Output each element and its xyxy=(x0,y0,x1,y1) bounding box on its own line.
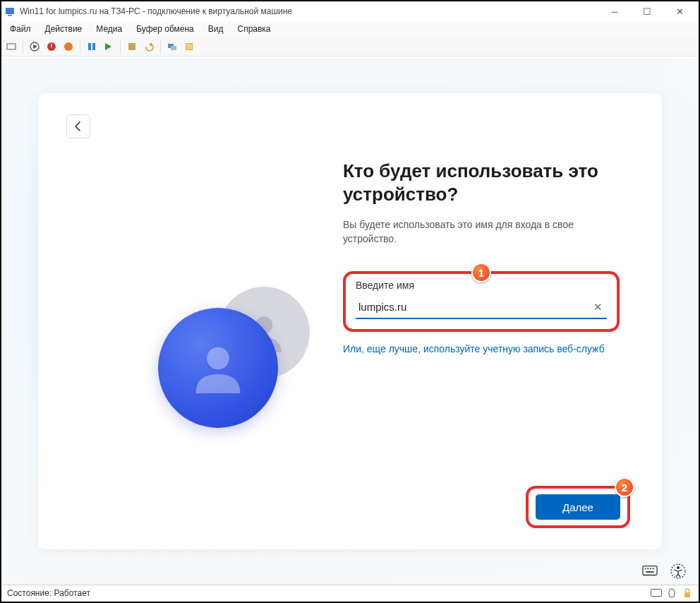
svg-point-7 xyxy=(64,42,73,51)
svg-marker-4 xyxy=(33,44,37,49)
svg-point-18 xyxy=(207,347,229,370)
next-button[interactable]: Далее xyxy=(536,494,620,520)
reset-icon[interactable] xyxy=(102,40,116,54)
turn-off-icon[interactable] xyxy=(44,40,59,54)
menu-clipboard[interactable]: Буфер обмена xyxy=(129,23,201,35)
svg-rect-0 xyxy=(6,8,14,14)
svg-rect-27 xyxy=(651,589,662,596)
window-title: Win11 for lumpics.ru на T34-PC - подключ… xyxy=(20,6,598,16)
annotation-badge-1: 1 xyxy=(471,263,491,282)
status-text: Состояние: Работает xyxy=(7,588,90,598)
accessibility-icon[interactable] xyxy=(670,563,686,579)
titlebar: Win11 for lumpics.ru на T34-PC - подключ… xyxy=(1,1,699,21)
revert-icon[interactable] xyxy=(142,40,156,54)
arrow-left-icon xyxy=(72,120,85,133)
menu-media[interactable]: Медиа xyxy=(89,23,129,35)
svg-rect-16 xyxy=(186,44,192,49)
svg-rect-29 xyxy=(684,592,690,597)
svg-rect-19 xyxy=(643,566,657,575)
svg-point-26 xyxy=(677,566,680,569)
svg-rect-28 xyxy=(669,589,675,597)
svg-rect-20 xyxy=(645,568,646,569)
menu-help[interactable]: Справка xyxy=(230,23,277,35)
start-icon[interactable] xyxy=(28,40,42,54)
svg-rect-9 xyxy=(92,43,95,50)
svg-rect-1 xyxy=(8,15,12,16)
status-keyboard-icon xyxy=(651,587,662,599)
svg-rect-22 xyxy=(650,568,651,569)
next-button-highlight: 2 Далее xyxy=(526,486,630,528)
svg-rect-2 xyxy=(7,44,16,49)
oobe-panel: Кто будет использовать это устройство? В… xyxy=(38,93,662,549)
name-input[interactable] xyxy=(356,295,607,319)
enhanced-session-icon[interactable] xyxy=(165,40,179,54)
annotation-badge-2: 2 xyxy=(615,477,634,497)
shutdown-icon[interactable] xyxy=(61,40,76,54)
menubar: Файл Действие Медиа Буфер обмена Вид Спр… xyxy=(1,21,699,37)
statusbar: Состояние: Работает xyxy=(3,585,697,600)
menu-action[interactable]: Действие xyxy=(38,23,90,35)
svg-marker-10 xyxy=(105,43,111,50)
avatar-illustration xyxy=(158,308,278,428)
app-icon xyxy=(4,6,16,17)
maximize-button[interactable]: ☐ xyxy=(631,1,663,21)
page-subtext: Вы будете использовать это имя для входа… xyxy=(343,218,620,246)
menu-file[interactable]: Файл xyxy=(3,23,38,35)
back-button[interactable] xyxy=(66,114,90,138)
oobe-tray xyxy=(642,563,686,579)
alt-account-link[interactable]: Или, еще лучше, используйте учетную запи… xyxy=(343,343,620,354)
svg-rect-14 xyxy=(171,46,176,50)
svg-rect-21 xyxy=(647,568,648,569)
keyboard-icon[interactable] xyxy=(642,563,658,579)
pause-icon[interactable] xyxy=(85,40,99,54)
name-field-highlight: 1 Введите имя ✕ xyxy=(343,271,620,332)
svg-rect-24 xyxy=(646,571,654,573)
svg-rect-6 xyxy=(51,44,52,47)
close-button[interactable]: ✕ xyxy=(663,1,696,21)
checkpoint-icon[interactable] xyxy=(125,40,139,54)
menu-view[interactable]: Вид xyxy=(201,23,231,35)
status-lock-icon xyxy=(682,587,693,599)
minimize-button[interactable]: ─ xyxy=(598,1,631,21)
status-mouse-icon xyxy=(666,587,677,599)
page-heading: Кто будет использовать это устройство? xyxy=(343,160,620,205)
svg-rect-11 xyxy=(128,43,135,50)
svg-marker-12 xyxy=(149,42,152,47)
illustration-pane xyxy=(66,138,343,552)
clear-input-icon[interactable]: ✕ xyxy=(593,301,603,314)
ctrl-alt-del-icon[interactable] xyxy=(4,40,18,54)
toolbar xyxy=(1,37,699,56)
svg-rect-8 xyxy=(88,43,91,50)
avatar-primary-icon xyxy=(158,308,278,428)
svg-rect-23 xyxy=(653,568,654,569)
vm-display: Кто будет использовать это устройство? В… xyxy=(3,58,697,585)
share-icon[interactable] xyxy=(182,40,196,54)
